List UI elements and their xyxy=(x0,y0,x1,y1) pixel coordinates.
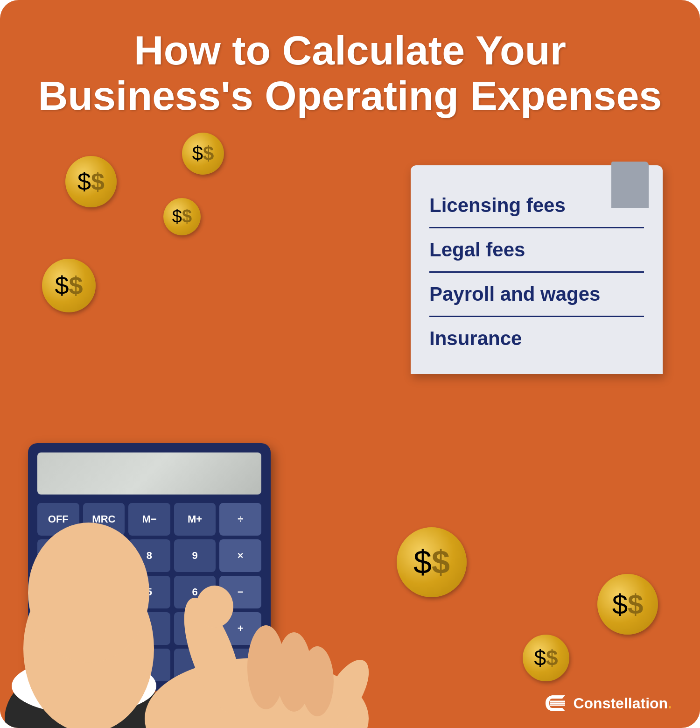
receipt-item-insurance: Insurance xyxy=(429,317,644,360)
coin-2: $ xyxy=(182,133,224,175)
receipt-item-licensing: Licensing fees xyxy=(429,184,644,228)
svg-point-10 xyxy=(301,646,334,716)
logo-name: Constellation. xyxy=(573,695,672,712)
title-line2: Business's Operating Expenses xyxy=(38,72,662,119)
page-title: How to Calculate Your Business's Operati… xyxy=(38,28,662,119)
constellation-logo-icon xyxy=(542,693,567,714)
svg-point-6 xyxy=(196,586,233,628)
receipt-inner: Licensing fees Legal fees Payroll and wa… xyxy=(429,184,644,360)
receipt-item-payroll-label: Payroll and wages xyxy=(429,283,600,305)
receipt-item-insurance-label: Insurance xyxy=(429,327,522,349)
hand-right xyxy=(93,523,397,728)
coin-6: $ xyxy=(523,635,569,681)
receipt: Licensing fees Legal fees Payroll and wa… xyxy=(411,165,663,374)
logo-area: Constellation. xyxy=(542,693,672,714)
title-area: How to Calculate Your Business's Operati… xyxy=(1,0,700,128)
receipt-item-legal: Legal fees xyxy=(429,228,644,273)
coin-5: $ xyxy=(597,574,658,635)
coin-receipt: $ xyxy=(397,527,467,597)
content-area: $ $ $ $ $ $ $ Licensing fees Legal fees … xyxy=(0,128,700,728)
title-line1: How to Calculate Your xyxy=(134,27,566,73)
coin-4: $ xyxy=(42,259,96,312)
logo-name-text: Constellation xyxy=(573,695,668,712)
main-container: How to Calculate Your Business's Operati… xyxy=(0,0,700,728)
coin-3: $ xyxy=(163,198,201,235)
receipt-item-payroll: Payroll and wages xyxy=(429,273,644,317)
coin-1: $ xyxy=(65,156,117,207)
logo-dot: . xyxy=(668,695,672,712)
receipt-item-licensing-label: Licensing fees xyxy=(429,194,566,216)
receipt-item-legal-label: Legal fees xyxy=(429,239,525,261)
